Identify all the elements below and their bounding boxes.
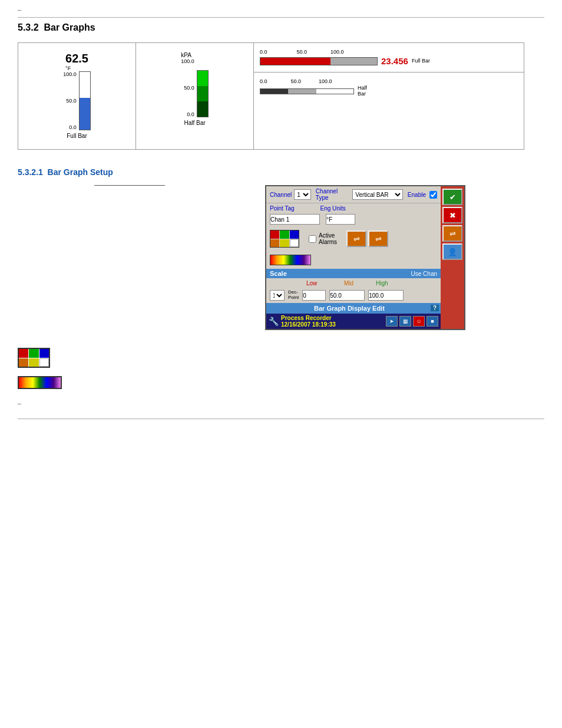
person-button[interactable]: 👤 xyxy=(442,243,462,260)
status-icon-face[interactable]: ☺ xyxy=(413,316,425,327)
status-icon-grid[interactable]: ▦ xyxy=(399,316,411,327)
check-button[interactable]: ✔ xyxy=(442,189,462,205)
point-tag-label: Point Tag xyxy=(270,205,295,212)
color-grid-icon[interactable] xyxy=(270,230,299,248)
status-icon-box[interactable]: ■ xyxy=(427,316,438,327)
horiz-full-value: 23.456 xyxy=(381,56,408,66)
color-cell-6 xyxy=(290,239,299,248)
eng-units-label: Eng Units xyxy=(320,205,346,212)
horiz-half-bar-label: Half Half Bar Bar xyxy=(358,85,367,97)
color-cell-1 xyxy=(270,230,279,239)
link-line xyxy=(94,185,165,186)
status-icons: ➤ ▦ ☺ ■ xyxy=(386,316,438,327)
green-seg-top xyxy=(197,71,208,86)
kpa-label: kPA xyxy=(181,52,191,58)
color-cell-2 xyxy=(280,230,289,239)
channel-type-label: Channel Type xyxy=(316,188,350,201)
bottom-color-grid-icon[interactable] xyxy=(18,348,50,368)
full-bar-unit: °F xyxy=(65,65,88,71)
rainbow-icon-row xyxy=(18,376,544,389)
horiz-half-bar: 0.0 50.0 100.0 Half Half Bar Bar xyxy=(254,73,524,103)
link-btn-2[interactable]: ⇌ xyxy=(368,230,388,247)
full-bar-scale: 100.0 50.0 0.0 xyxy=(63,71,77,130)
horiz-half-scale: 0.0 50.0 100.0 xyxy=(260,78,332,84)
status-icon: 🔧 xyxy=(269,317,279,326)
full-bar-outer xyxy=(79,71,91,130)
low-input[interactable] xyxy=(302,290,326,301)
bottom-color-cell-6 xyxy=(39,358,49,367)
section-title: 5.3.2 Bar Graphs xyxy=(18,22,544,33)
bar-graphs-examples: 62.5 °F 100.0 50.0 0.0 Full Bar xyxy=(18,42,524,150)
high-input[interactable] xyxy=(368,290,404,301)
bottom-rainbow-icon[interactable] xyxy=(18,376,62,389)
point-tag-input-row xyxy=(266,213,441,226)
half-bar-outer xyxy=(197,70,209,117)
active-alarms-checkbox[interactable] xyxy=(309,235,316,243)
dialog-top-row: Channel 1 Channel Type Vertical BAR Enab… xyxy=(266,186,464,329)
status-icon-arrow[interactable]: ➤ xyxy=(386,316,398,327)
full-bar-cell: 62.5 °F 100.0 50.0 0.0 Full Bar xyxy=(18,43,136,149)
scale-row: Scale Use Chan xyxy=(266,269,441,278)
eng-units-input[interactable] xyxy=(326,214,355,225)
bottom-icons-section: – xyxy=(18,348,544,407)
link-button[interactable]: ⇌ xyxy=(442,225,462,242)
rainbow-row xyxy=(266,251,441,269)
color-cell-3 xyxy=(290,230,299,239)
horiz-full-fill-gray xyxy=(330,58,377,65)
point-tag-row: Point Tag Eng Units xyxy=(266,203,441,213)
bottom-color-cell-1 xyxy=(19,349,28,358)
horiz-full-bar-label: Full Bar xyxy=(412,58,430,64)
rainbow-bar-icon[interactable] xyxy=(270,255,311,265)
status-text-block: Process Recorder 12/16/2007 18:19:33 xyxy=(281,315,336,328)
point-tag-input[interactable] xyxy=(270,214,320,225)
bottom-color-cell-3 xyxy=(39,349,49,358)
status-title: Process Recorder xyxy=(281,315,336,321)
status-datetime: 12/16/2007 18:19:33 xyxy=(281,321,336,328)
dec-point-select[interactable]: 1 xyxy=(270,290,285,301)
bottom-color-cell-4 xyxy=(19,358,28,367)
green-seg-mid xyxy=(197,86,208,101)
horiz-full-fill-red xyxy=(260,58,330,65)
channel-row: Channel 1 Channel Type Vertical BAR Enab… xyxy=(266,186,441,203)
channel-select[interactable]: 1 xyxy=(294,189,311,200)
horiz-half-fill-light xyxy=(288,89,316,94)
enable-checkbox[interactable] xyxy=(429,191,437,199)
setup-dialog: Channel 1 Channel Type Vertical BAR Enab… xyxy=(265,185,465,330)
dialog-statusbar: 🔧 Process Recorder 12/16/2007 18:19:33 ➤… xyxy=(266,314,441,329)
full-bar-value: 62.5 xyxy=(65,52,88,65)
horiz-half-outer xyxy=(260,88,354,94)
horiz-full-outer xyxy=(260,57,378,65)
subsection-title: 5.3.2.1 Bar Graph Setup xyxy=(18,167,544,177)
link-btn-1[interactable]: ⇌ xyxy=(346,230,366,247)
full-bar-label: Full Bar xyxy=(67,133,87,139)
close-button[interactable]: ✖ xyxy=(442,207,462,223)
color-alarms-row: ActiveAlarms ⇌ ⇌ xyxy=(266,226,441,251)
bottom-divider xyxy=(18,419,544,419)
mid-label: Mid xyxy=(344,280,373,286)
color-cell-5 xyxy=(280,239,289,248)
use-chan-label: Use Chan xyxy=(411,271,437,277)
half-bar-cell: kPA 100.0 50.0 0.0 Half Bar xyxy=(136,43,254,149)
horiz-half-fill-dark xyxy=(260,89,288,94)
dialog-main: Channel 1 Channel Type Vertical BAR Enab… xyxy=(266,186,441,329)
bottom-dash: – xyxy=(18,397,544,407)
scale-label: Scale xyxy=(270,270,287,277)
green-seg-bot xyxy=(197,101,208,117)
dialog-side-buttons: ✔ ✖ ⇌ 👤 xyxy=(441,186,464,329)
dialog-footer: Bar Graph Display Edit ? xyxy=(266,303,441,314)
low-label: Low xyxy=(306,280,336,286)
half-bar-label: Half Bar xyxy=(184,120,205,126)
bottom-color-cell-5 xyxy=(29,358,38,367)
full-bar-fill xyxy=(80,98,90,130)
help-btn[interactable]: ? xyxy=(431,305,439,311)
setup-text-col xyxy=(18,185,242,330)
scale-labels-row: Low Mid High xyxy=(266,278,441,288)
half-bar-scale: 100.0 50.0 0.0 xyxy=(181,58,194,117)
horiz-full-bar: 0.0 50.0 100.0 23.456 Full Bar xyxy=(254,43,524,73)
enable-label: Enable xyxy=(408,192,426,198)
top-dash: – xyxy=(18,6,544,14)
channel-label: Channel xyxy=(270,192,292,198)
channel-type-select[interactable]: Vertical BAR xyxy=(352,189,403,200)
scale-inputs-row: 1 Dec-Point xyxy=(266,288,441,303)
mid-input[interactable] xyxy=(329,290,365,301)
